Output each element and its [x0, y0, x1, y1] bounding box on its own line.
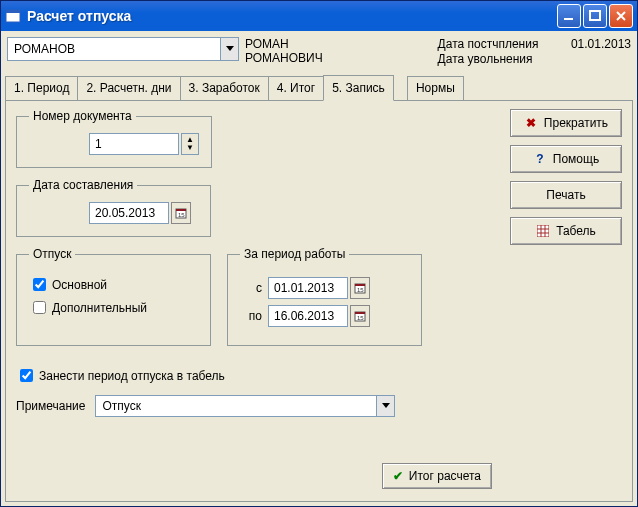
employee-full-name: РОМАН РОМАНОВИЧ: [245, 37, 395, 65]
svg-rect-8: [176, 209, 186, 211]
employment-dates: Дата постчпления 01.01.2013 Дата увольне…: [438, 37, 631, 67]
svg-rect-1: [6, 10, 20, 13]
svg-marker-16: [382, 403, 390, 408]
svg-text:15: 15: [178, 212, 185, 218]
calendar-icon[interactable]: 15: [350, 277, 370, 299]
work-period-legend: За период работы: [240, 247, 349, 261]
close-button[interactable]: [609, 4, 633, 28]
result-button[interactable]: ✔ Итог расчета: [382, 463, 492, 489]
svg-text:15: 15: [357, 315, 364, 321]
employee-combo-text: РОМАНОВ: [8, 42, 220, 56]
stop-button-label: Прекратить: [544, 116, 608, 130]
check-icon: ✔: [393, 469, 403, 483]
calendar-icon[interactable]: 15: [171, 202, 191, 224]
doc-number-input[interactable]: 1: [89, 133, 179, 155]
chevron-down-icon[interactable]: [220, 38, 238, 60]
fire-date-label: Дата увольнения: [438, 52, 568, 67]
extra-vacation-label: Дополнительный: [52, 301, 147, 315]
vacation-type-legend: Отпуск: [29, 247, 75, 261]
note-combo[interactable]: Отпуск: [95, 395, 395, 417]
tab-record[interactable]: 5. Запись: [323, 75, 394, 101]
doc-date-group: Дата составления 20.05.2013 15: [16, 178, 211, 237]
svg-rect-14: [355, 312, 365, 314]
work-period-group: За период работы с 01.01.2013 15 по 16.0…: [227, 247, 422, 346]
tab-result[interactable]: 4. Итог: [268, 76, 324, 100]
app-icon: [5, 8, 21, 24]
hire-date-label: Дата постчпления: [438, 37, 568, 52]
main-vacation-label: Основной: [52, 278, 107, 292]
svg-rect-2: [564, 18, 573, 20]
doc-number-label: Номер документа: [29, 109, 136, 123]
period-to-input[interactable]: 16.06.2013: [268, 305, 348, 327]
note-combo-text: Отпуск: [96, 399, 376, 413]
svg-rect-11: [355, 284, 365, 286]
svg-rect-3: [590, 11, 600, 20]
doc-date-input[interactable]: 20.05.2013: [89, 202, 169, 224]
svg-rect-17: [537, 225, 549, 237]
tab-bar: 1. Период 2. Расчетн. дни 3. Заработок 4…: [5, 75, 633, 100]
help-button-label: Помощь: [553, 152, 599, 166]
chevron-down-icon[interactable]: [376, 396, 394, 416]
window-title: Расчет отпуска: [27, 8, 555, 24]
tabel-button[interactable]: Табель: [510, 217, 622, 245]
main-vacation-input[interactable]: [33, 278, 46, 291]
employee-combo[interactable]: РОМАНОВ: [7, 37, 239, 61]
question-icon: ?: [533, 152, 547, 166]
doc-date-label: Дата составления: [29, 178, 137, 192]
tab-calc-days[interactable]: 2. Расчетн. дни: [77, 76, 180, 100]
calendar-icon[interactable]: 15: [350, 305, 370, 327]
tab-norms[interactable]: Нормы: [407, 76, 464, 100]
extra-vacation-input[interactable]: [33, 301, 46, 314]
period-from-label: с: [240, 281, 268, 295]
svg-marker-6: [226, 46, 234, 51]
maximize-button[interactable]: [583, 4, 607, 28]
spin-down-icon: ▼: [186, 144, 194, 152]
grid-icon: [536, 224, 550, 238]
main-vacation-checkbox[interactable]: Основной: [29, 275, 198, 294]
doc-number-group: Номер документа 1 ▲ ▼: [16, 109, 212, 168]
extra-vacation-checkbox[interactable]: Дополнительный: [29, 298, 198, 317]
note-label: Примечание: [16, 399, 85, 413]
add-to-tabel-input[interactable]: [20, 369, 33, 382]
tab-earnings[interactable]: 3. Заработок: [180, 76, 269, 100]
tab-panel: Номер документа 1 ▲ ▼ Дата составления 2…: [5, 100, 633, 502]
help-button[interactable]: ? Помощь: [510, 145, 622, 173]
x-icon: ✖: [524, 116, 538, 130]
tabel-button-label: Табель: [556, 224, 596, 238]
add-to-tabel-checkbox[interactable]: Занести период отпуска в табель: [16, 366, 502, 385]
minimize-button[interactable]: [557, 4, 581, 28]
result-button-label: Итог расчета: [409, 469, 481, 483]
stop-button[interactable]: ✖ Прекратить: [510, 109, 622, 137]
period-from-input[interactable]: 01.01.2013: [268, 277, 348, 299]
period-to-label: по: [240, 309, 268, 323]
print-button-label: Печать: [546, 188, 585, 202]
title-bar: Расчет отпуска: [1, 1, 637, 31]
add-to-tabel-label: Занести период отпуска в табель: [39, 369, 225, 383]
vacation-type-group: Отпуск Основной Дополнительный: [16, 247, 211, 346]
doc-number-spinner[interactable]: ▲ ▼: [181, 133, 199, 155]
hire-date-value: 01.01.2013: [571, 37, 631, 51]
svg-text:15: 15: [357, 287, 364, 293]
tab-period[interactable]: 1. Период: [5, 76, 78, 100]
print-button[interactable]: Печать: [510, 181, 622, 209]
